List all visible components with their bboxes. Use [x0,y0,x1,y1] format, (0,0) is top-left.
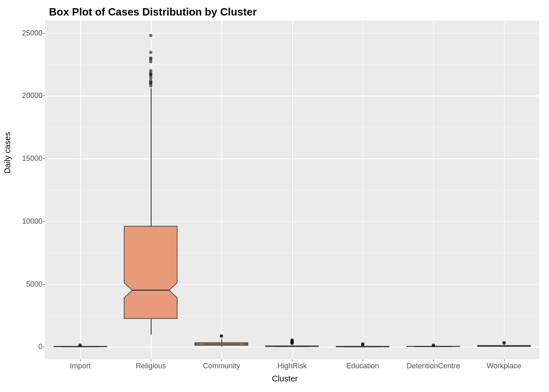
y-tick-mark [43,221,45,222]
outlier-point [149,69,152,72]
x-tick-label: DetentionCentre [406,362,460,370]
x-tick-mark [504,359,504,361]
outlier-point [290,339,294,342]
x-tick-label: Workplace [487,362,521,370]
grid-line-v [80,20,81,359]
y-tick-mark [43,33,45,33]
y-tick-label: 25000 [10,29,42,37]
outlier-point [220,334,223,338]
grid-line-v [221,20,222,359]
plot-area [45,20,539,359]
grid-line-v [504,20,505,359]
x-tick-mark [221,359,222,361]
y-tick-label: 10000 [10,217,42,225]
outlier-point [432,343,435,347]
x-tick-mark [433,359,434,361]
grid-line-v [433,20,434,359]
x-tick-mark [151,359,151,361]
whisker-lower [151,318,152,334]
y-tick-mark [43,158,45,159]
x-tick-label: Community [203,362,240,370]
outlier-point [78,343,82,347]
whisker-upper [151,88,152,226]
box [123,225,178,319]
x-tick-label: HighRisk [277,362,307,370]
x-tick-label: Education [346,362,379,370]
x-tick-label: Import [70,362,91,370]
grid-line-v [363,20,364,359]
y-tick-label: 15000 [10,154,42,163]
box [194,342,249,346]
y-tick-label: 0 [10,343,42,351]
y-axis-label: Daily cases [3,132,12,174]
y-tick-label: 5000 [10,280,42,288]
chart-title: Box Plot of Cases Distribution by Cluste… [49,6,257,18]
box [265,345,319,347]
x-tick-mark [292,359,292,361]
y-tick-mark [43,347,45,347]
outlier-point [149,56,152,60]
outlier-point [502,341,506,344]
outlier-point [149,51,152,54]
svg-marker-2 [124,226,177,318]
grid-line-v [292,20,293,359]
x-tick-mark [80,359,80,361]
y-tick-mark [43,284,45,285]
x-tick-label: Religious [136,362,166,370]
chart-container: Box Plot of Cases Distribution by Cluste… [0,0,549,392]
outlier-point [361,342,364,345]
box [477,345,531,347]
y-tick-mark [43,96,45,96]
y-tick-label: 20000 [10,91,42,100]
outlier-point [149,34,152,37]
x-axis-label: Cluster [272,374,298,383]
x-tick-mark [363,359,363,361]
